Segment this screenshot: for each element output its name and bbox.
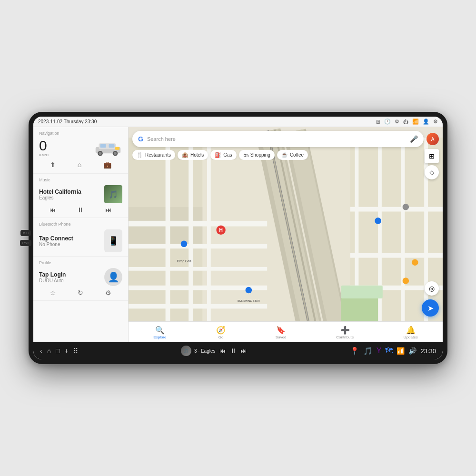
svg-rect-3 [109, 144, 115, 148]
svg-point-41 [375, 218, 381, 224]
sys-music-info: 🎵 3 · Eagles [181, 346, 215, 356]
map-area[interactable]: H Citgo Gas SUNSHINE STAR [129, 127, 443, 342]
sys-left-controls: ‹ ⌂ □ + ⠿ [40, 347, 78, 355]
google-logo: G [138, 135, 143, 143]
search-mic-btn[interactable]: 🎤 [410, 135, 418, 143]
map-bottom-bar: 🔍 Explore 🧭 Go 🔖 Saved ➕ Contribute [129, 321, 443, 342]
volume-icon[interactable]: 🔊 [408, 347, 416, 355]
refresh-btn[interactable]: ↻ [78, 289, 83, 297]
bluetooth-section: Bluetooth Phone Tap Connect No Phone 📱 [33, 218, 128, 257]
chip-gas[interactable]: ⛽ Gas [210, 150, 236, 160]
svg-rect-31 [350, 207, 443, 212]
nav-arrow-btn[interactable]: ⬆ [48, 160, 58, 169]
svg-rect-18 [188, 138, 193, 332]
current-location-btn[interactable]: ◎ [425, 281, 439, 296]
nav-speed-row: 0 KM/H [39, 139, 122, 157]
music-controls: ⏮ ⏸ ⏭ [39, 206, 122, 214]
sys-album-art: 🎵 [181, 346, 191, 356]
profile-content: Tap Login DUDU Auto 👤 [39, 268, 122, 286]
profile-subtitle: DUDU Auto [39, 278, 99, 283]
home-btn[interactable]: ⌂ [47, 347, 51, 355]
sys-track-label: 3 · Eagles [194, 348, 215, 354]
wifi-icon: 📶 [412, 119, 419, 125]
sys-center: 🎵 3 · Eagles ⏮ ⏸ ⏭ [82, 346, 346, 356]
next-track-btn[interactable]: ⏭ [105, 206, 112, 214]
pause-btn[interactable]: ⏸ [77, 206, 84, 214]
music-app-icon[interactable]: 🎵 [363, 347, 373, 356]
svg-point-7 [114, 152, 117, 155]
svg-rect-12 [129, 221, 267, 227]
explore-label: Explore [153, 335, 166, 339]
map-nav-saved[interactable]: 🔖 Saved [276, 326, 287, 339]
music-title: Hotel California [39, 188, 99, 195]
back-btn[interactable]: ‹ [40, 347, 42, 355]
nav-home-btn[interactable]: ⌂ [76, 160, 83, 169]
sys-pause-btn[interactable]: ⏸ [230, 347, 237, 355]
profile-name: Tap Login [39, 271, 99, 278]
search-avatar[interactable]: A [426, 133, 439, 145]
map-compass[interactable]: ◇ [425, 165, 439, 179]
chip-restaurants[interactable]: 🍴 Restaurants [132, 150, 175, 160]
bluetooth-label: Bluetooth Phone [39, 222, 122, 227]
speed-unit: KM/H [39, 153, 49, 157]
bt-title: Tap Connect [39, 235, 99, 242]
device-frame: MIC RST 2023-11-02 Thursday 23:30 🖥 🕐 ⚙ … [29, 112, 447, 364]
status-icons: 🖥 🕐 ⚙ ⏻ 📶 👤 ⚙ [375, 119, 438, 125]
rst-button[interactable]: RST [20, 240, 31, 246]
star-btn[interactable]: ☆ [50, 289, 56, 297]
restaurants-icon: 🍴 [137, 152, 143, 158]
chip-label-shopping: Shopping [250, 152, 270, 158]
status-bar: 2023-11-02 Thursday 23:30 🖥 🕐 ⚙ ⏻ 📶 👤 ⚙ [33, 117, 443, 127]
chip-coffee[interactable]: ☕ Coffee [277, 150, 308, 160]
sys-prev-btn[interactable]: ⏮ [219, 347, 226, 355]
profile-section: Profile Tap Login DUDU Auto 👤 ☆ ↻ ⚙ [33, 257, 128, 301]
svg-rect-28 [378, 138, 382, 332]
svg-rect-17 [166, 138, 170, 332]
navigation-btn[interactable]: ➤ [422, 299, 439, 317]
map-nav-contribute[interactable]: ➕ Contribute [336, 326, 354, 339]
settings-btn[interactable]: ⚙ [105, 289, 111, 297]
prev-track-btn[interactable]: ⏮ [50, 206, 56, 214]
search-input-wrap[interactable]: G Search here 🎤 [132, 131, 424, 147]
svg-point-39 [246, 287, 252, 294]
svg-rect-16 [129, 304, 267, 309]
display-icon: 🖥 [375, 119, 380, 125]
music-info: Hotel California Eagles [39, 188, 99, 200]
yahoo-icon[interactable]: Y [377, 347, 382, 355]
navigation-label: Navigation [39, 131, 122, 136]
wifi-status-icon: 📶 [397, 347, 405, 355]
saved-icon: 🔖 [276, 326, 286, 335]
shopping-icon: 🛍 [243, 152, 248, 158]
saved-label: Saved [276, 335, 287, 339]
svg-rect-19 [207, 138, 211, 332]
svg-rect-34 [341, 295, 378, 322]
svg-point-44 [403, 278, 409, 284]
plus-btn[interactable]: + [65, 347, 69, 355]
svg-rect-14 [129, 267, 267, 271]
bt-info: Tap Connect No Phone [39, 235, 99, 247]
square-btn[interactable]: □ [56, 347, 60, 355]
map-nav-go[interactable]: 🧭 Go [216, 326, 226, 339]
user-icon: 👤 [423, 119, 429, 125]
album-art: 🎵 [104, 185, 122, 203]
maps-app-icon[interactable]: 🗺 [385, 347, 393, 355]
nav-briefcase-btn[interactable]: 💼 [101, 160, 113, 169]
updates-icon: 🔔 [406, 326, 416, 335]
chip-hotels[interactable]: 🏨 Hotels [178, 150, 208, 160]
music-label: Music [39, 178, 122, 182]
category-chips: 🍴 Restaurants 🏨 Hotels ⛽ Gas 🛍 [132, 150, 439, 160]
datetime-display: 2023-11-02 Thursday 23:30 [38, 119, 97, 124]
sys-next-btn[interactable]: ⏭ [240, 347, 247, 355]
chip-shopping[interactable]: 🛍 Shopping [239, 150, 275, 160]
left-panel: Navigation 0 KM/H [33, 127, 129, 342]
mic-button[interactable]: MIC [20, 230, 31, 236]
map-nav-updates[interactable]: 🔔 Updates [404, 326, 418, 339]
svg-rect-29 [401, 138, 405, 332]
grid-btn[interactable]: ⠿ [73, 347, 78, 355]
svg-text:SUNSHINE STAR: SUNSHINE STAR [238, 299, 260, 302]
chip-label-gas: Gas [223, 152, 232, 158]
map-nav-explore[interactable]: 🔍 Explore [153, 326, 166, 339]
map-search-bar: G Search here 🎤 A 🍴 Restaurants 🏨 [132, 131, 439, 160]
location-icon[interactable]: 📍 [350, 347, 359, 356]
gas-icon: ⛽ [215, 152, 221, 158]
